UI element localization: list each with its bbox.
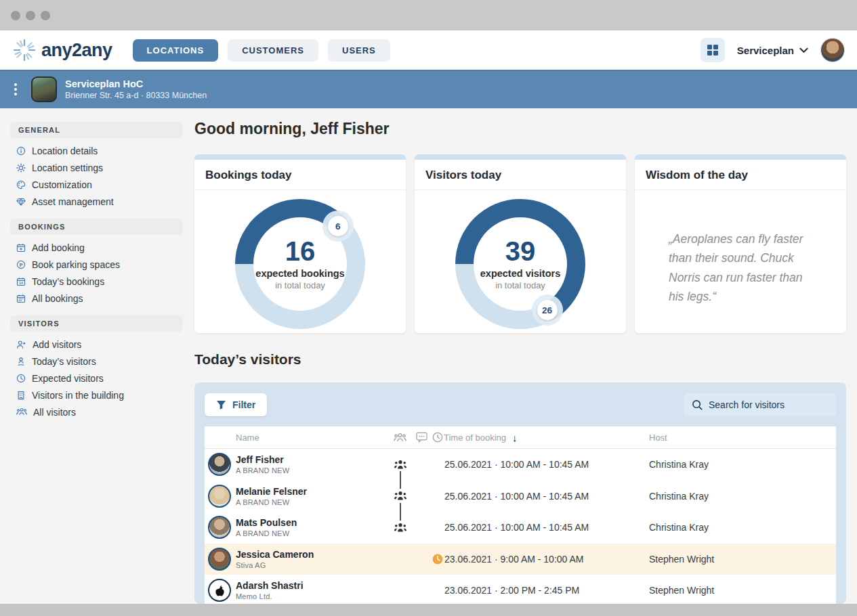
wisdom-card: Wisdom of the day „Aeroplanes can fly fa… xyxy=(635,154,846,333)
booking-host: Christina Kray xyxy=(647,491,836,502)
apps-grid-icon xyxy=(707,44,719,56)
table-row[interactable]: Jeff Fisher A BRAND NEW 25.06.2021 · 10:… xyxy=(205,449,836,481)
sidebar-item-expected-visitors[interactable]: Expected visitors xyxy=(0,370,194,387)
sidebar-item-all-bookings[interactable]: All bookings xyxy=(0,290,194,307)
visitors-today-card: Visitors today 39 expected visitors in t… xyxy=(415,154,626,333)
sidebar-item-label: Today’s visitors xyxy=(32,356,96,367)
primary-nav: LOCATIONS CUSTOMERS USERS xyxy=(133,39,390,62)
sidebar-item-book-parking[interactable]: P Book parking spaces xyxy=(0,256,194,273)
card-accent-strip xyxy=(635,154,846,160)
table-row[interactable]: Melanie Felsner A BRAND NEW 25.06.2021 ·… xyxy=(205,481,836,512)
window-bottom-edge xyxy=(0,604,857,616)
clock-icon xyxy=(16,374,26,383)
booking-time: 25.06.2021 · 10:00 AM - 10:45 AM xyxy=(444,522,647,533)
group-icon xyxy=(394,433,406,443)
people-icon xyxy=(16,408,27,416)
sidebar-item-label: Asset management xyxy=(32,196,114,207)
wisdom-quote: „Aeroplanes can fly faster than their so… xyxy=(635,190,846,306)
visitor-avatar xyxy=(208,516,231,539)
search-icon xyxy=(692,399,703,411)
sidebar-item-all-visitors[interactable]: All visitors xyxy=(0,403,194,420)
parking-icon: P xyxy=(16,260,26,269)
starburst-logo-icon xyxy=(12,38,37,62)
sort-desc-icon[interactable]: ↓ xyxy=(512,432,518,443)
building-icon xyxy=(16,391,26,400)
filter-label: Filter xyxy=(232,399,255,410)
tab-customers[interactable]: CUSTOMERS xyxy=(228,39,318,62)
card-accent-strip xyxy=(194,154,406,160)
calendar-add-icon xyxy=(16,243,26,252)
location-name: Serviceplan HoC xyxy=(65,79,207,89)
workspace-switcher[interactable]: Serviceplan xyxy=(737,45,808,56)
visitor-avatar xyxy=(208,453,231,476)
tab-users[interactable]: USERS xyxy=(328,39,390,62)
gear-icon xyxy=(16,163,26,173)
svg-text:14: 14 xyxy=(19,280,23,284)
sidebar-item-label: Today’s bookings xyxy=(32,276,104,287)
column-header-name[interactable]: Name xyxy=(236,433,388,443)
table-row-highlighted[interactable]: Jessica Cameron Stiva AG 23.06.2021 · 9:… xyxy=(205,544,836,575)
visitor-company: A BRAND NEW xyxy=(236,498,388,506)
late-warning-clock-icon xyxy=(432,554,443,565)
apps-grid-button[interactable] xyxy=(701,38,725,62)
logo-wordmark: any2any xyxy=(41,40,112,61)
user-avatar[interactable] xyxy=(820,38,845,62)
sidebar-item-todays-visitors[interactable]: Today’s visitors xyxy=(0,353,194,370)
search-input[interactable] xyxy=(684,393,836,416)
visitor-company: A BRAND NEW xyxy=(236,529,388,537)
visitor-name: Jeff Fisher xyxy=(236,454,388,465)
location-bar: Serviceplan HoC Brienner Str. 45 a-d · 8… xyxy=(0,70,857,108)
sidebar-section-bookings: BOOKINGS xyxy=(10,219,183,235)
greeting-heading: Good morning, Jeff Fisher xyxy=(194,119,846,138)
sidebar-section-visitors: VISITORS xyxy=(10,315,183,332)
sidebar-item-todays-bookings[interactable]: 14 Today’s bookings xyxy=(0,273,194,290)
sidebar-item-location-settings[interactable]: Location settings xyxy=(0,159,194,176)
app-logo[interactable]: any2any xyxy=(12,38,112,62)
column-header-host[interactable]: Host xyxy=(647,433,836,443)
booking-host: Stephen Wright xyxy=(647,554,836,565)
sidebar-item-add-visitors[interactable]: Add visitors xyxy=(0,336,194,353)
sidebar-item-location-details[interactable]: Location details xyxy=(0,142,194,159)
visitor-avatar-apple-logo xyxy=(208,579,231,602)
funnel-icon xyxy=(216,400,226,410)
window-control-dot[interactable] xyxy=(26,11,35,20)
window-control-dot[interactable] xyxy=(11,11,20,20)
sidebar-item-label: Book parking spaces xyxy=(32,259,120,270)
table-row[interactable]: Mats Poulsen A BRAND NEW 25.06.2021 · 10… xyxy=(205,512,836,544)
tab-locations[interactable]: LOCATIONS xyxy=(133,39,219,62)
sidebar-item-asset-management[interactable]: Asset management xyxy=(0,193,194,210)
visitor-name: Adarsh Shastri xyxy=(236,580,388,591)
visitor-name: Melanie Felsner xyxy=(236,486,388,497)
sidebar-item-customization[interactable]: Customization xyxy=(0,176,194,193)
filter-button[interactable]: Filter xyxy=(205,393,267,416)
location-thumbnail[interactable] xyxy=(31,76,57,102)
group-booking-icon xyxy=(394,460,407,470)
visitor-company: Memo Ltd. xyxy=(236,592,388,600)
window-titlebar xyxy=(0,0,857,30)
column-header-time[interactable]: Time of booking xyxy=(444,433,506,443)
workspace-label: Serviceplan xyxy=(737,45,794,56)
location-menu-kebab-icon[interactable] xyxy=(9,83,22,95)
window-control-dot[interactable] xyxy=(41,11,50,20)
apple-logo-icon xyxy=(214,584,226,597)
table-row[interactable]: Adarsh Shastri Memo Ltd. 23.06.2021 · 2:… xyxy=(205,575,836,604)
sidebar-item-visitors-in-building[interactable]: Visitors in the building xyxy=(0,387,194,403)
sidebar-item-label: All visitors xyxy=(33,407,76,418)
person-add-icon xyxy=(16,340,26,349)
sidebar-item-add-booking[interactable]: Add booking xyxy=(0,239,194,256)
bookings-label: expected bookings xyxy=(255,268,344,279)
visitor-search xyxy=(684,393,836,416)
visitor-company: A BRAND NEW xyxy=(236,466,388,475)
bookings-today-card: Bookings today 16 expected bookings in t… xyxy=(194,154,406,333)
info-icon xyxy=(16,146,26,156)
bookings-total: 16 xyxy=(285,238,316,265)
diamond-icon xyxy=(16,197,26,206)
visitor-company: Stiva AG xyxy=(236,561,388,569)
sidebar-item-label: Customization xyxy=(32,179,92,190)
bookings-sublabel: in total today xyxy=(275,280,325,290)
sidebar-item-label: Add booking xyxy=(32,242,85,253)
visitors-label: expected visitors xyxy=(480,268,560,279)
sidebar-item-label: All bookings xyxy=(32,293,83,304)
booking-time: 25.06.2021 · 10:00 AM - 10:45 AM xyxy=(444,459,647,470)
app-header: any2any LOCATIONS CUSTOMERS USERS Servic… xyxy=(0,30,857,70)
